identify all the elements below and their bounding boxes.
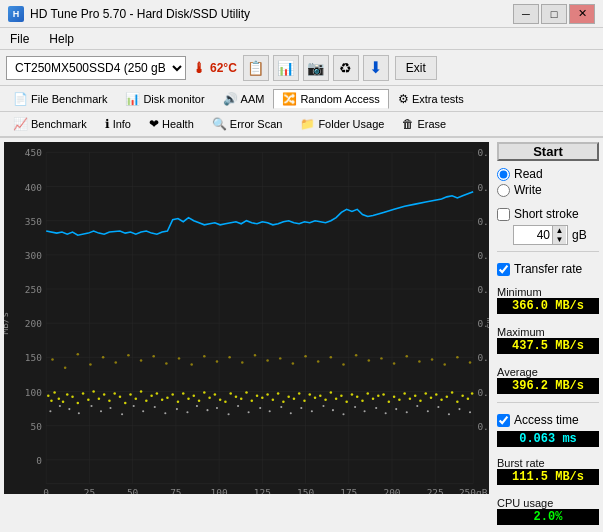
write-radio[interactable] <box>497 184 510 197</box>
svg-point-118 <box>372 398 375 400</box>
tab-file-benchmark[interactable]: 📄 File Benchmark <box>4 89 116 109</box>
mode-radio-group: Read Write <box>497 165 599 199</box>
svg-point-68 <box>108 400 111 402</box>
svg-point-160 <box>280 406 282 408</box>
tab-random-access[interactable]: 🔀 Random Access <box>273 89 388 109</box>
exit-button[interactable]: Exit <box>395 56 437 80</box>
toolbar-icon-5[interactable]: ⬇ <box>363 55 389 81</box>
average-value: 396.2 MB/s <box>497 378 599 394</box>
tab-disk-monitor[interactable]: 📊 Disk monitor <box>116 89 213 109</box>
maximum-value: 437.5 MB/s <box>497 338 599 354</box>
svg-point-154 <box>216 407 218 409</box>
svg-point-178 <box>469 411 471 413</box>
tab-benchmark[interactable]: 📈 Benchmark <box>4 114 96 134</box>
svg-point-111 <box>335 398 338 400</box>
svg-point-187 <box>152 355 155 357</box>
health-icon: ❤ <box>149 117 159 131</box>
toolbar-icon-2[interactable]: 📊 <box>273 55 299 81</box>
svg-text:150: 150 <box>25 353 42 364</box>
divider-2 <box>497 402 599 403</box>
menu-help[interactable]: Help <box>45 30 78 48</box>
tab-aam[interactable]: 🔊 AAM <box>214 89 274 109</box>
svg-point-165 <box>332 409 334 411</box>
titlebar-controls[interactable]: ─ □ ✕ <box>513 4 595 24</box>
divider-1 <box>497 251 599 252</box>
svg-text:0.05: 0.05 <box>477 421 489 432</box>
benchmark-icon: 📈 <box>13 117 28 131</box>
toolbar-icon-4[interactable]: ♻ <box>333 55 359 81</box>
svg-point-124 <box>403 392 406 394</box>
svg-text:100: 100 <box>25 387 42 398</box>
drive-selector[interactable]: CT250MX500SSD4 (250 gB) <box>6 56 186 80</box>
svg-point-152 <box>196 405 198 407</box>
svg-text:175: 175 <box>340 487 357 494</box>
svg-point-83 <box>187 398 190 400</box>
svg-point-94 <box>245 391 248 393</box>
chart-container: 450 400 350 300 250 200 150 100 50 0 MB/… <box>4 142 489 494</box>
svg-point-155 <box>228 413 230 415</box>
svg-point-159 <box>269 410 271 412</box>
svg-text:0.10: 0.10 <box>477 387 489 398</box>
svg-point-137 <box>471 392 474 394</box>
svg-point-101 <box>282 401 285 403</box>
svg-point-79 <box>166 396 169 398</box>
menu-file[interactable]: File <box>6 30 33 48</box>
svg-point-198 <box>292 362 295 364</box>
transfer-rate-label: Transfer rate <box>514 262 582 276</box>
svg-point-63 <box>82 392 85 394</box>
tab-extra-tests[interactable]: ⚙ Extra tests <box>389 89 473 109</box>
svg-point-181 <box>77 353 80 355</box>
svg-point-120 <box>382 393 385 395</box>
cpu-usage-label: CPU usage <box>497 497 599 509</box>
svg-point-164 <box>322 405 324 407</box>
svg-point-57 <box>53 391 56 393</box>
svg-point-127 <box>419 400 422 402</box>
tab-health[interactable]: ❤ Health <box>140 114 203 134</box>
tab-erase[interactable]: 🗑 Erase <box>393 114 455 134</box>
write-radio-row: Write <box>497 183 599 197</box>
svg-point-67 <box>103 393 106 395</box>
file-benchmark-icon: 📄 <box>13 92 28 106</box>
svg-point-180 <box>64 366 67 368</box>
toolbar-icon-1[interactable]: 📋 <box>243 55 269 81</box>
read-radio[interactable] <box>497 168 510 181</box>
svg-point-130 <box>435 393 438 395</box>
svg-text:0.35: 0.35 <box>477 216 489 227</box>
svg-point-177 <box>458 408 460 410</box>
svg-point-201 <box>330 356 333 358</box>
svg-point-188 <box>165 362 168 364</box>
svg-point-175 <box>437 406 439 408</box>
toolbar-icon-3[interactable]: 📷 <box>303 55 329 81</box>
start-button[interactable]: Start <box>497 142 599 161</box>
svg-point-209 <box>431 358 434 360</box>
svg-point-191 <box>203 355 206 357</box>
right-panel: Start Read Write Short stroke ▲ ▼ <box>493 138 603 498</box>
tab-info[interactable]: ℹ Info <box>96 114 140 134</box>
svg-point-172 <box>406 411 408 413</box>
app-icon: H <box>8 6 24 22</box>
short-stroke-value-input[interactable] <box>514 226 552 244</box>
svg-point-171 <box>395 408 397 410</box>
tab-folder-usage[interactable]: 📁 Folder Usage <box>291 114 393 134</box>
minimize-button[interactable]: ─ <box>513 4 539 24</box>
svg-point-76 <box>150 394 153 396</box>
svg-point-203 <box>355 354 358 356</box>
tab-error-scan[interactable]: 🔍 Error Scan <box>203 114 292 134</box>
svg-point-167 <box>354 406 356 408</box>
svg-point-194 <box>241 361 244 363</box>
svg-point-132 <box>446 395 449 397</box>
svg-text:225: 225 <box>427 487 444 494</box>
maximize-button[interactable]: □ <box>541 4 567 24</box>
spinbox-down[interactable]: ▼ <box>552 235 566 244</box>
svg-text:450: 450 <box>25 148 42 159</box>
svg-point-80 <box>171 393 174 395</box>
access-time-checkbox[interactable] <box>497 414 510 427</box>
close-button[interactable]: ✕ <box>569 4 595 24</box>
svg-point-143 <box>100 410 102 412</box>
svg-point-55 <box>47 394 50 396</box>
short-stroke-checkbox[interactable] <box>497 208 510 221</box>
tabs-row1: 📄 File Benchmark 📊 Disk monitor 🔊 AAM 🔀 … <box>0 86 603 112</box>
transfer-rate-checkbox[interactable] <box>497 263 510 276</box>
spinbox-up[interactable]: ▲ <box>552 226 566 235</box>
svg-point-110 <box>330 391 333 393</box>
